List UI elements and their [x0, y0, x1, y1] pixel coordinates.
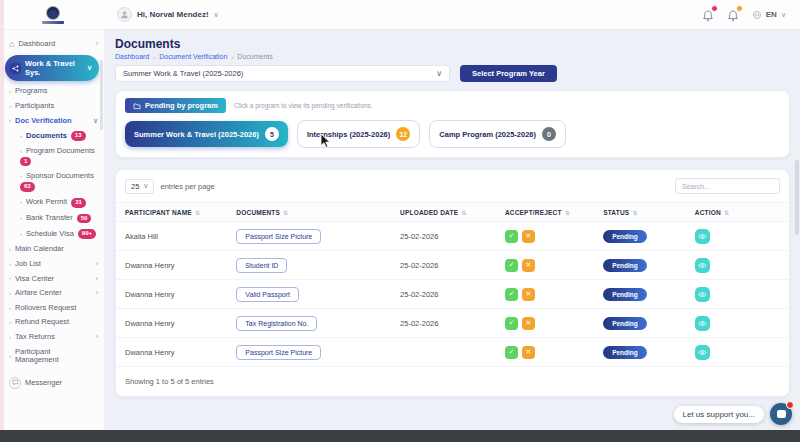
document-chip[interactable]: Tax Registration No.: [236, 316, 317, 331]
sidebar-item-label: Rollovers Request: [15, 304, 76, 313]
count-badge: 1: [20, 157, 31, 167]
reject-button[interactable]: ✕: [522, 230, 535, 243]
sidebar-item-label: Bank Transfer: [26, 214, 73, 223]
column-header-action[interactable]: ACTION⇅: [695, 209, 780, 216]
view-button[interactable]: [695, 229, 710, 244]
sidebar-item-label: Work Permit: [26, 198, 67, 207]
alert-badge: [736, 5, 743, 12]
sidebar-item-airfare-center[interactable]: › Airfare Center ›: [0, 286, 104, 301]
sidebar-item-programs[interactable]: › Programs: [0, 84, 104, 99]
view-button[interactable]: [695, 316, 710, 331]
sidebar-item-schedule-visa[interactable]: › Schedule Visa 99+: [0, 226, 104, 242]
sidebar-item-program-documents[interactable]: › Program Documents 1: [0, 144, 104, 169]
alerts-bell[interactable]: [727, 8, 740, 21]
document-chip[interactable]: Passport Size Picture: [236, 229, 321, 244]
reject-button[interactable]: ✕: [522, 317, 535, 330]
page-scrollbar[interactable]: [795, 160, 799, 235]
sidebar-item-label: Sponsor Documents: [26, 172, 94, 181]
accept-button[interactable]: ✓: [505, 288, 518, 301]
sidebar-item-bank-transfer[interactable]: › Bank Transfer 59: [0, 211, 104, 227]
sidebar-item-doc-verification[interactable]: › Doc Verification ∨: [0, 114, 104, 129]
sidebar-item-rollovers-request[interactable]: › Rollovers Request: [0, 301, 104, 316]
sidebar: ⌂ Dashboard › Work & Travel Sys. ∨ › Pro…: [0, 30, 105, 430]
reject-button[interactable]: ✕: [522, 346, 535, 359]
chevron-right-icon: ›: [9, 88, 11, 95]
program-tab-internships[interactable]: Internships (2025-2026) 12: [297, 120, 420, 148]
column-header-status[interactable]: STATUS⇅: [603, 209, 695, 216]
share-icon: [10, 63, 21, 74]
user-icon: [120, 10, 129, 19]
sidebar-item-participants[interactable]: › Participants: [0, 99, 104, 114]
user-menu[interactable]: Hi, Norval Mendez! ∨: [117, 7, 219, 22]
sidebar-item-label: Tax Returns: [15, 333, 55, 342]
document-chip[interactable]: Student ID: [236, 258, 287, 273]
brand-logo[interactable]: [0, 6, 105, 24]
sidebar-item-work-permit[interactable]: › Work Permit 31: [0, 195, 104, 211]
pending-by-program-chip: Pending by program: [125, 98, 226, 113]
count-badge: 63: [20, 182, 35, 192]
sort-icon: ⇅: [565, 209, 570, 216]
sidebar-item-messenger[interactable]: Messenger: [0, 374, 104, 392]
column-header-uploaded-date[interactable]: UPLOADED DATE⇅: [400, 209, 505, 216]
sidebar-item-main-calendar[interactable]: › Main Calendar: [0, 242, 104, 257]
table-header-row: PARTICIPANT NAME⇅ DOCUMENTS⇅ UPLOADED DA…: [116, 202, 789, 222]
search-input[interactable]: [675, 178, 780, 194]
sidebar-item-label: Program Documents: [26, 147, 95, 156]
status-badge: Pending: [603, 230, 647, 243]
notifications-bell[interactable]: [702, 8, 715, 21]
accept-button[interactable]: ✓: [505, 317, 518, 330]
column-header-accept-reject[interactable]: ACCEPT/REJECT⇅: [505, 209, 603, 216]
view-button[interactable]: [695, 258, 710, 273]
count-badge: 31: [71, 198, 86, 208]
chevron-right-icon: ›: [9, 353, 11, 360]
breadcrumb-current: Documents: [237, 53, 272, 60]
support-message[interactable]: Let us support you...: [674, 406, 765, 423]
language-selector[interactable]: EN ∨: [752, 10, 786, 20]
sidebar-item-label: Doc Verification: [15, 117, 72, 126]
sidebar-item-work-travel-sys[interactable]: Work & Travel Sys. ∨: [5, 55, 99, 81]
uploaded-date: 25-02-2026: [400, 261, 505, 270]
select-program-year-button[interactable]: Select Program Year: [460, 65, 557, 82]
column-header-documents[interactable]: DOCUMENTS⇅: [236, 209, 400, 216]
column-header-participant-name[interactable]: PARTICIPANT NAME⇅: [125, 209, 236, 216]
program-tab-camp-program[interactable]: Camp Program (2025-2026) 0: [429, 120, 566, 148]
program-tab-summer-work-travel[interactable]: Summer Work & Travel (2025-2026) 5: [125, 121, 288, 147]
view-button[interactable]: [695, 345, 710, 360]
sidebar-item-dashboard[interactable]: ⌂ Dashboard ›: [0, 36, 104, 52]
pending-hint-text: Click a program to view its pending veri…: [234, 102, 373, 109]
document-chip[interactable]: Passport Size Picture: [236, 345, 321, 360]
accept-button[interactable]: ✓: [505, 346, 518, 359]
entries-per-page-select[interactable]: 25 ∨: [125, 179, 154, 194]
sidebar-item-job-list[interactable]: › Job List ›: [0, 257, 104, 272]
logo-wordmark: [42, 21, 64, 24]
home-icon: ⌂: [9, 39, 14, 49]
document-chip[interactable]: Valid Passport: [236, 287, 299, 302]
sort-icon: ⇅: [461, 209, 466, 216]
accept-button[interactable]: ✓: [505, 259, 518, 272]
main-content: Documents Dashboard › Document Verificat…: [105, 30, 800, 430]
sidebar-item-refund-request[interactable]: › Refund Request: [0, 315, 104, 330]
sidebar-item-participant-management[interactable]: › Participant Management: [0, 345, 95, 368]
reject-button[interactable]: ✕: [522, 259, 535, 272]
sidebar-scrollbar[interactable]: [100, 60, 103, 130]
breadcrumb-dashboard[interactable]: Dashboard: [115, 53, 149, 60]
sidebar-item-documents[interactable]: › Documents 13: [0, 128, 104, 144]
eye-icon: [698, 261, 707, 270]
breadcrumb-doc-verification[interactable]: Document Verification: [159, 53, 227, 60]
sort-icon: ⇅: [632, 209, 637, 216]
sidebar-item-visa-center[interactable]: › Visa Center ›: [0, 272, 104, 287]
reject-button[interactable]: ✕: [522, 288, 535, 301]
sidebar-item-label: Dashboard: [18, 40, 55, 49]
program-year-select[interactable]: Summer Work & Travel (2025-2026) ∨: [115, 65, 450, 82]
sidebar-item-label: Documents: [26, 132, 67, 141]
support-chat-button[interactable]: [770, 403, 792, 425]
chevron-right-icon: ›: [9, 275, 11, 282]
sidebar-item-label: Work & Travel Sys.: [25, 59, 83, 77]
view-button[interactable]: [695, 287, 710, 302]
accept-button[interactable]: ✓: [505, 230, 518, 243]
greeting-text: Hi, Norval Mendez!: [137, 10, 209, 19]
status-badge: Pending: [603, 288, 647, 301]
sidebar-item-sponsor-documents[interactable]: › Sponsor Documents 63: [0, 169, 104, 194]
uploaded-date: 25-02-2026: [400, 232, 505, 241]
sidebar-item-tax-returns[interactable]: › Tax Returns ›: [0, 330, 104, 345]
